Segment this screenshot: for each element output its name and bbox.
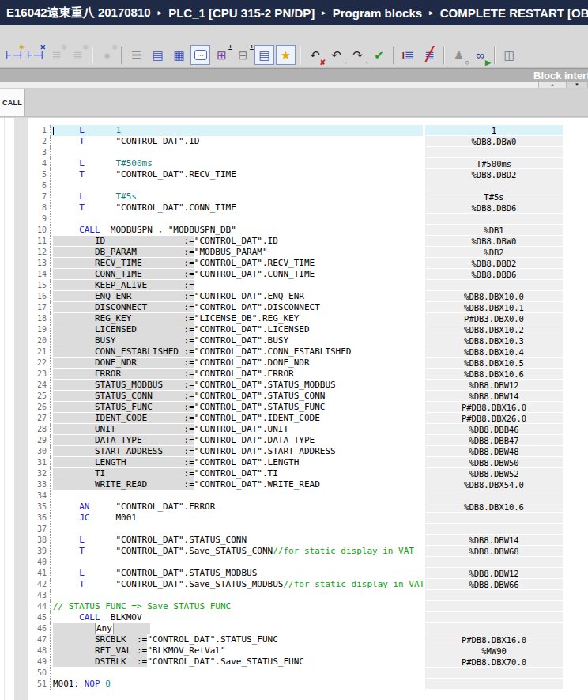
code-line[interactable]: T "CONTROL_DAT".Save_STATUS_CONN//for st… — [51, 546, 423, 557]
code-line[interactable]: DISCONNECT :="CONTROL_DAT".DISCONNECT — [51, 302, 423, 313]
code-line[interactable]: ID :="CONTROL_DAT".ID — [51, 236, 423, 247]
code-line[interactable] — [51, 214, 423, 225]
insert-network-icon[interactable]: ⊦⊣✶ — [4, 45, 24, 65]
code-line[interactable]: CALL MODBUSPN , "MODBUSPN_DB" — [51, 225, 423, 236]
symbolic-representation-icon[interactable]: ▤ — [254, 45, 274, 65]
code-line[interactable]: DONE_NDR :="CONTROL_DAT".DONE_NDR — [51, 358, 423, 369]
code-line[interactable]: T "CONTROL_DAT".CONN_TIME — [51, 202, 423, 214]
code-line[interactable]: L T#500ms — [51, 158, 423, 169]
code-row: 45 CALL BLKMOV — [0, 612, 588, 623]
code-line[interactable]: AN "CONTROL_DAT".ERROR — [51, 501, 423, 513]
code-line[interactable]: IDENT_CODE :="CONTROL_DAT".IDENT_CODE — [51, 413, 423, 424]
code-line[interactable]: Any — [51, 623, 423, 634]
code-line[interactable]: T "CONTROL_DAT".ID — [51, 136, 423, 147]
code-line[interactable] — [51, 557, 423, 568]
block-interface-header[interactable]: Block interface — [0, 68, 588, 82]
code-line[interactable]: WRITE_READ :="CONTROL_DAT".WRITE_READ — [51, 479, 423, 490]
code-row: 41 L "CONTROL_DAT".STATUS_MODBUS%DB8.DBW… — [0, 568, 588, 579]
code-line[interactable]: BUSY :="CONTROL_DAT".BUSY — [51, 335, 423, 346]
stl-code-editor[interactable]: 1 L 112 T "CONTROL_DAT".ID%DB8.DBW034 L … — [0, 117, 588, 700]
line-number: 9 — [29, 214, 51, 225]
code-line[interactable]: CONN_TIME :="CONTROL_DAT".CONN_TIME — [51, 269, 423, 280]
address-cell: P#DB8.DBX70.0 — [425, 656, 563, 668]
monitoring-off-icon[interactable]: ≣╱ — [420, 45, 439, 65]
code-line[interactable]: LICENSED :="CONTROL_DAT".LICENSED — [51, 324, 423, 335]
code-line[interactable] — [51, 180, 423, 191]
interface-splitter[interactable]: ▲ ▼ — [0, 82, 588, 89]
code-line[interactable]: TI :="CONTROL_DAT".TI — [51, 468, 423, 479]
code-line[interactable]: RET_VAL :="BLKMOV_RetVal" — [51, 645, 423, 656]
breadcrumb-project[interactable]: E16042遠東重八 20170810 — [6, 6, 151, 21]
delete-network-icon[interactable]: ⊦⊣✕ — [25, 45, 45, 65]
code-line[interactable] — [51, 590, 423, 601]
code-line[interactable]: DSTBLK :="CONTROL_DAT".Save_STATUS_FUNC — [51, 656, 423, 668]
line-number: 14 — [29, 269, 51, 280]
code-line[interactable]: DATA_TYPE :="CONTROL_DAT".DATA_TYPE — [51, 435, 423, 446]
code-line[interactable]: L T#5s — [51, 191, 423, 202]
monitor-block-icon[interactable]: ∞▶ — [470, 45, 490, 65]
code-line[interactable]: L "CONTROL_DAT".STATUS_MODBUS — [51, 568, 423, 579]
code-line[interactable]: JC M001 — [51, 513, 423, 524]
breadcrumb-plc[interactable]: PLC_1 [CPU 315-2 PN/DP] — [168, 6, 315, 20]
code-line[interactable]: STATUS_CONN :="CONTROL_DAT".STATUS_CONN — [51, 391, 423, 402]
line-number: 31 — [29, 457, 51, 468]
code-line[interactable]: L 1 — [51, 125, 423, 136]
monitoring-on-icon[interactable]: I≣ — [398, 45, 418, 65]
code-line[interactable] — [51, 668, 423, 679]
expand-all-networks-icon[interactable]: ▤ — [148, 45, 168, 65]
find-in-call-environment-icon[interactable]: ♟○ — [449, 45, 469, 65]
favorites-icon[interactable]: ★ — [276, 45, 296, 65]
code-line[interactable]: CONN_ESTABLISHED :="CONTROL_DAT".CONN_ES… — [51, 346, 423, 358]
code-line[interactable]: T "CONTROL_DAT".Save_STATUS_MODBUS//for … — [51, 579, 423, 590]
toolbar-separator — [300, 47, 301, 64]
code-line[interactable] — [51, 490, 423, 501]
code-line[interactable]: T "CONTROL_DAT".RECV_TIME — [51, 169, 423, 180]
line-number: 38 — [29, 535, 51, 546]
code-line[interactable]: // STATUS_FUNC => Save_STATUS_FUNC — [51, 601, 423, 612]
collapse-all-networks-icon[interactable]: ▦ — [169, 45, 189, 65]
go-to-error-icon[interactable]: ↶✘ — [305, 45, 325, 65]
code-line[interactable]: REG_KEY :="LICENSE_DB".REG_KEY — [51, 313, 423, 324]
any-operand-field[interactable]: Any — [95, 623, 114, 634]
code-row: 13 RECV_TIME :="CONTROL_DAT".RECV_TIME%D… — [0, 258, 588, 269]
code-line[interactable]: LENGTH :="CONTROL_DAT".LENGTH — [51, 457, 423, 468]
code-line[interactable]: START_ADDRESS :="CONTROL_DAT".START_ADDR… — [51, 446, 423, 457]
insert-symbol-icon[interactable]: ⊟± — [233, 45, 253, 65]
code-line[interactable]: SRCBLK :="CONTROL_DAT".STATUS_FUNC — [51, 634, 423, 645]
free-comments-icon[interactable]: … — [190, 45, 210, 65]
previous-error-icon[interactable]: ↶▫ — [326, 45, 346, 65]
line-number: 18 — [29, 313, 51, 324]
splitter-expand-button[interactable]: ▲ — [538, 82, 567, 88]
code-row: 51M001: NOP 0 — [0, 679, 588, 690]
block-properties-icon[interactable]: ◫ — [499, 45, 519, 65]
code-line[interactable] — [51, 147, 423, 158]
line-number: 3 — [29, 147, 51, 158]
code-line[interactable]: RECV_TIME :="CONTROL_DAT".RECV_TIME — [51, 258, 423, 269]
insert-block-call-icon[interactable]: ⊞± — [212, 45, 232, 65]
code-row: 32 TI :="CONTROL_DAT".TI%DB8.DBW52 — [0, 468, 588, 479]
code-line[interactable]: ERROR :="CONTROL_DAT".ERROR — [51, 369, 423, 380]
address-cell — [425, 513, 563, 524]
code-line[interactable]: ENQ_ENR :="CONTROL_DAT".ENQ_ENR — [51, 291, 423, 302]
code-line[interactable]: CALL BLKMOV — [51, 612, 423, 623]
code-line[interactable]: DB_PARAM :="MODBUS_PARAM" — [51, 247, 423, 258]
code-line[interactable]: STATUS_MODBUS :="CONTROL_DAT".STATUS_MOD… — [51, 380, 423, 391]
code-line[interactable]: STATUS_FUNC :="CONTROL_DAT".STATUS_FUNC — [51, 402, 423, 413]
splitter-collapse-button[interactable]: ▼ — [566, 82, 588, 88]
consistency-check-icon[interactable]: ✔ — [369, 45, 389, 65]
network-overview-icon[interactable]: ☰ — [126, 45, 146, 65]
code-row: 3 — [0, 147, 588, 158]
code-line[interactable]: UNIT :="CONTROL_DAT".UNIT — [51, 424, 423, 435]
tab-call[interactable]: CALL — [0, 89, 25, 116]
code-line[interactable]: M001: NOP 0 — [51, 679, 423, 690]
breadcrumb-block[interactable]: COMPLETE RESTART [OB100] — [440, 6, 588, 20]
code-row: 2 T "CONTROL_DAT".ID%DB8.DBW0 — [0, 136, 588, 147]
line-number: 39 — [29, 546, 51, 557]
next-error-icon[interactable]: ↷▫ — [348, 45, 368, 65]
code-line[interactable]: KEEP_ALIVE := — [51, 280, 423, 291]
breadcrumb-program-blocks[interactable]: Program blocks — [333, 6, 422, 20]
code-row: 12 DB_PARAM :="MODBUS_PARAM"%DB2 — [0, 247, 588, 258]
code-line[interactable]: L "CONTROL_DAT".STATUS_CONN — [51, 535, 423, 546]
code-line[interactable] — [51, 524, 423, 535]
address-cell: %DB8.DBB46 — [425, 424, 563, 435]
